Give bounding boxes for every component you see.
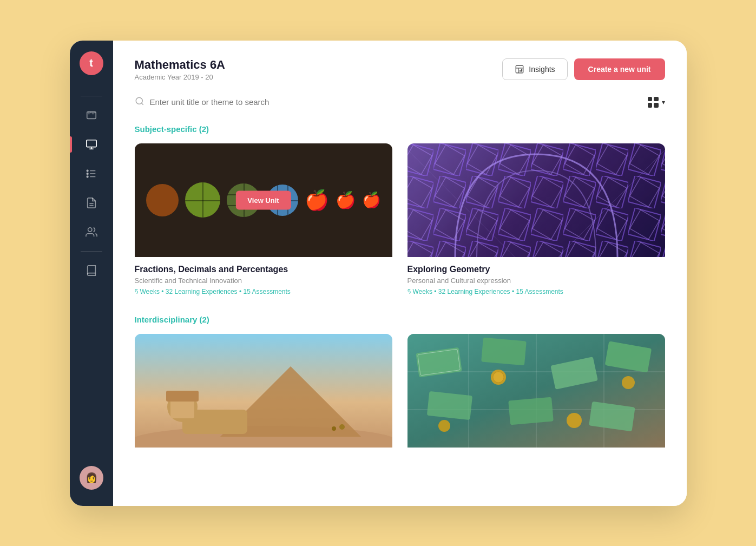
view-toggle[interactable]: ▾ xyxy=(648,97,665,108)
sidebar-item-ruler[interactable] xyxy=(75,102,108,129)
page-subtitle: Academic Year 2019 - 20 xyxy=(135,73,226,81)
user-avatar[interactable]: 👩 xyxy=(80,466,103,490)
card-subtitle-geometry: Personal and Cultural expression xyxy=(407,277,665,285)
svg-point-11 xyxy=(87,170,88,172)
grid-view-icon xyxy=(648,97,659,108)
card-title-fractions: Fractions, Decimals and Percentages xyxy=(135,265,392,274)
svg-point-22 xyxy=(136,97,142,104)
card-sphinx[interactable] xyxy=(135,334,392,458)
cards-grid-subject: 🍎 🍎 🍎 View Unit Fractions, Decimals and … xyxy=(135,143,665,295)
svg-point-54 xyxy=(567,413,582,428)
svg-line-23 xyxy=(141,103,143,104)
sphinx-illustration xyxy=(135,334,392,448)
svg-rect-50 xyxy=(508,397,554,425)
app-logo[interactable]: t xyxy=(80,51,103,75)
svg-point-53 xyxy=(493,372,504,383)
card-meta-fractions: 6 Weeks • 32 Learning Experiences • 15 A… xyxy=(135,288,392,295)
card-geometry[interactable]: Exploring Geometry Personal and Cultural… xyxy=(407,143,665,295)
card-image-fractions: 🍎 🍎 🍎 View Unit xyxy=(135,143,392,257)
card-image-map xyxy=(407,334,665,448)
sidebar-item-monitor[interactable] xyxy=(75,131,108,158)
section-heading-interdisciplinary: Interdisciplinary (2) xyxy=(135,315,665,324)
svg-rect-5 xyxy=(86,140,96,147)
avatar-image: 👩 xyxy=(80,466,103,490)
card-info-fractions: Fractions, Decimals and Percentages Scie… xyxy=(135,257,392,295)
svg-point-13 xyxy=(87,176,88,177)
svg-rect-20 xyxy=(520,70,521,72)
svg-rect-21 xyxy=(521,69,522,71)
sidebar-divider-1 xyxy=(81,96,102,96)
search-input[interactable] xyxy=(150,97,312,107)
section-interdisciplinary: Interdisciplinary (2) xyxy=(135,315,665,458)
app-container: t xyxy=(70,41,687,506)
create-unit-button[interactable]: Create a new unit xyxy=(574,58,665,80)
card-map[interactable] xyxy=(407,334,665,458)
geometry-illustration xyxy=(407,143,665,257)
header-title-group: Mathematics 6A Academic Year 2019 - 20 xyxy=(135,58,226,81)
svg-rect-46 xyxy=(481,337,527,365)
svg-point-12 xyxy=(87,173,88,174)
insights-icon xyxy=(515,64,524,74)
page-header: Mathematics 6A Academic Year 2019 - 20 I… xyxy=(135,58,665,81)
card-info-geometry: Exploring Geometry Personal and Cultural… xyxy=(407,257,665,295)
sidebar-item-users[interactable] xyxy=(75,219,108,246)
card-info-map xyxy=(407,448,665,455)
section-heading-subject: Subject-specific (2) xyxy=(135,124,665,134)
insights-button[interactable]: Insights xyxy=(502,58,567,80)
svg-point-37 xyxy=(339,424,345,430)
card-fractions[interactable]: 🍎 🍎 🍎 View Unit Fractions, Decimals and … xyxy=(135,143,392,295)
sidebar: t xyxy=(70,41,113,506)
sidebar-item-list[interactable] xyxy=(75,160,108,187)
svg-rect-35 xyxy=(166,391,199,402)
card-image-geometry xyxy=(407,143,665,257)
section-subject-specific: Subject-specific (2) xyxy=(135,124,665,295)
header-actions: Insights Create a new unit xyxy=(502,58,665,80)
svg-point-36 xyxy=(332,426,336,431)
svg-point-55 xyxy=(622,376,635,389)
svg-rect-49 xyxy=(426,391,472,419)
view-unit-overlay[interactable]: View Unit xyxy=(235,190,291,209)
card-subtitle-fractions: Scientific and Technical Innovation xyxy=(135,277,392,285)
page-title: Mathematics 6A xyxy=(135,58,226,72)
search-row: ▾ xyxy=(135,96,665,108)
card-title-geometry: Exploring Geometry xyxy=(407,265,665,274)
svg-point-16 xyxy=(88,227,91,231)
cards-grid-interdisciplinary xyxy=(135,334,665,458)
search-wrapper xyxy=(135,96,648,108)
sidebar-item-book[interactable] xyxy=(75,257,108,284)
svg-rect-26 xyxy=(407,143,665,257)
insights-label: Insights xyxy=(529,65,555,74)
main-content: Mathematics 6A Academic Year 2019 - 20 I… xyxy=(113,41,687,506)
card-meta-geometry: 6 Weeks • 32 Learning Experiences • 15 A… xyxy=(407,288,665,295)
chevron-down-icon: ▾ xyxy=(662,98,665,106)
sidebar-divider-2 xyxy=(81,251,102,252)
svg-point-56 xyxy=(438,420,450,432)
card-info-sphinx xyxy=(135,448,392,455)
card-image-sphinx xyxy=(135,334,392,448)
sidebar-item-report[interactable] xyxy=(75,189,108,216)
search-icon xyxy=(135,96,144,108)
